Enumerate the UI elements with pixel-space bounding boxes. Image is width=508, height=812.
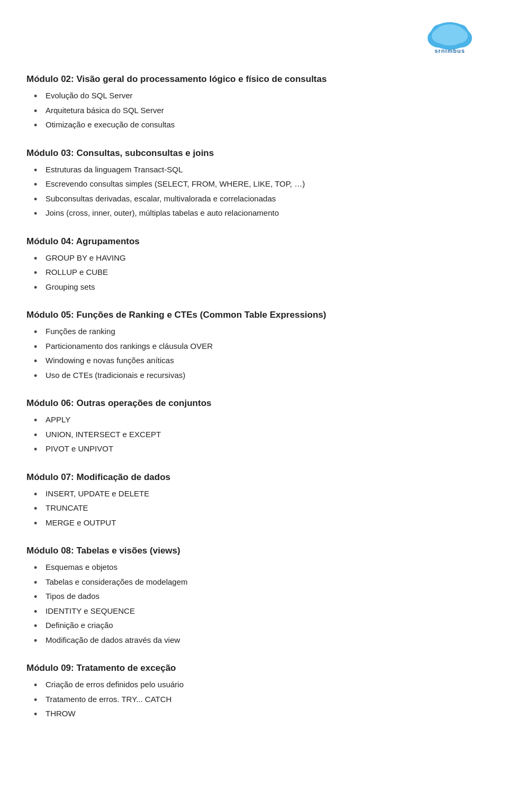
list-item: Tratamento de erros. TRY... CATCH — [32, 694, 482, 706]
list-item: ROLLUP e CUBE — [32, 266, 482, 279]
list-item: Arquitetura básica do SQL Server — [32, 105, 482, 117]
list-item: IDENTITY e SEQUENCE — [32, 605, 482, 617]
module-list-mod03: Estruturas da linguagem Transact-SQLEscr… — [26, 164, 482, 219]
module-heading-mod04: Módulo 04: Agrupamentos — [26, 236, 482, 247]
module-heading-mod08: Módulo 08: Tabelas e visões (views) — [26, 546, 482, 556]
module-heading-mod07: Módulo 07: Modificação de dados — [26, 472, 482, 483]
module-list-mod08: Esquemas e objetosTabelas e consideraçõe… — [26, 561, 482, 646]
list-item: Joins (cross, inner, outer), múltiplas t… — [32, 207, 482, 219]
list-item: Definição e criação — [32, 620, 482, 632]
list-item: Estruturas da linguagem Transact-SQL — [32, 164, 482, 176]
list-item: Esquemas e objetos — [32, 561, 482, 574]
module-heading-mod06: Módulo 06: Outras operações de conjuntos — [26, 398, 482, 409]
list-item: UNION, INTERSECT e EXCEPT — [32, 429, 482, 441]
list-item: THROW — [32, 708, 482, 720]
list-item: INSERT, UPDATE e DELETE — [32, 488, 482, 500]
main-content: Módulo 02: Visão geral do processamento … — [26, 74, 482, 720]
list-item: Windowing e novas funções aníticas — [32, 355, 482, 367]
module-list-mod04: GROUP BY e HAVINGROLLUP e CUBEGrouping s… — [26, 252, 482, 293]
list-item: Grouping sets — [32, 281, 482, 293]
list-item: TRUNCATE — [32, 502, 482, 514]
module-heading-mod03: Módulo 03: Consultas, subconsultas e joi… — [26, 148, 482, 159]
module-list-mod02: Evolução do SQL ServerArquitetura básica… — [26, 90, 482, 131]
module-list-mod06: APPLYUNION, INTERSECT e EXCEPTPIVOT e UN… — [26, 414, 482, 455]
list-item: Uso de CTEs (tradicionais e recursivas) — [32, 370, 482, 382]
list-item: Tabelas e considerações de modelagem — [32, 576, 482, 588]
svg-point-8 — [449, 29, 468, 43]
list-item: Criação de erros definidos pelo usuário — [32, 679, 482, 691]
module-list-mod09: Criação de erros definidos pelo usuárioT… — [26, 679, 482, 720]
svg-text:srnimbus: srnimbus — [434, 48, 465, 54]
module-heading-mod09: Módulo 09: Tratamento de exceção — [26, 663, 482, 673]
list-item: PIVOT e UNPIVOT — [32, 443, 482, 455]
list-item: APPLY — [32, 414, 482, 426]
list-item: Escrevendo consultas simples (SELECT, FR… — [32, 178, 482, 190]
list-item: GROUP BY e HAVING — [32, 252, 482, 264]
logo: srnimbus — [418, 16, 482, 58]
module-heading-mod02: Módulo 02: Visão geral do processamento … — [26, 74, 482, 85]
list-item: Funções de ranking — [32, 326, 482, 338]
list-item: Evolução do SQL Server — [32, 90, 482, 102]
module-list-mod05: Funções de rankingParticionamento dos ra… — [26, 326, 482, 381]
list-item: MERGE e OUTPUT — [32, 517, 482, 529]
module-list-mod07: INSERT, UPDATE e DELETETRUNCATEMERGE e O… — [26, 488, 482, 529]
list-item: Particionamento dos rankings e cláusula … — [32, 340, 482, 353]
list-item: Modificação de dados através da view — [32, 634, 482, 647]
list-item: Otimização e execução de consultas — [32, 119, 482, 131]
list-item: Tipos de dados — [32, 590, 482, 603]
module-heading-mod05: Módulo 05: Funções de Ranking e CTEs (Co… — [26, 310, 482, 320]
list-item: Subconsultas derivadas, escalar, multiva… — [32, 193, 482, 205]
svg-point-7 — [432, 29, 451, 43]
